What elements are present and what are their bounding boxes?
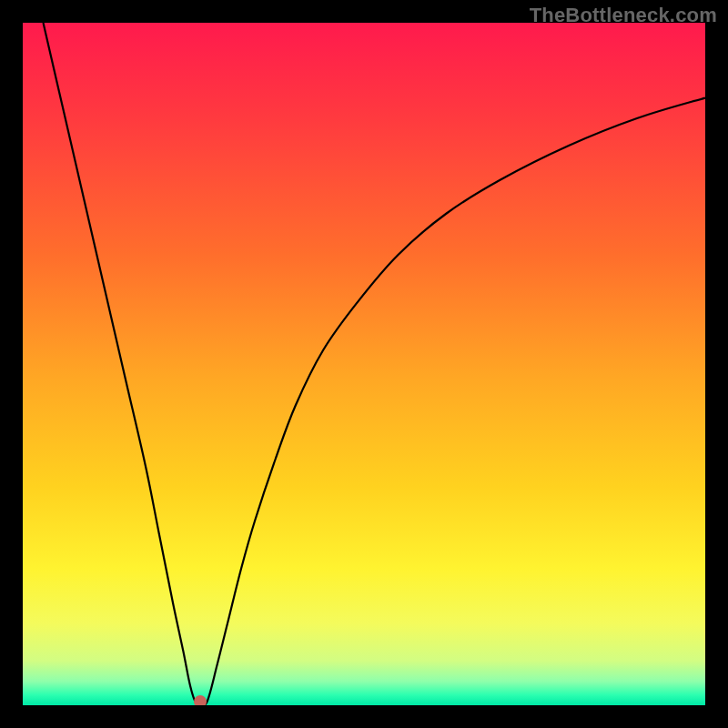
curve-path [44, 23, 706, 705]
chart-frame: TheBottleneck.com [0, 0, 728, 728]
bottleneck-curve [23, 23, 705, 705]
plot-area [23, 23, 705, 705]
optimal-point-marker [194, 695, 207, 705]
